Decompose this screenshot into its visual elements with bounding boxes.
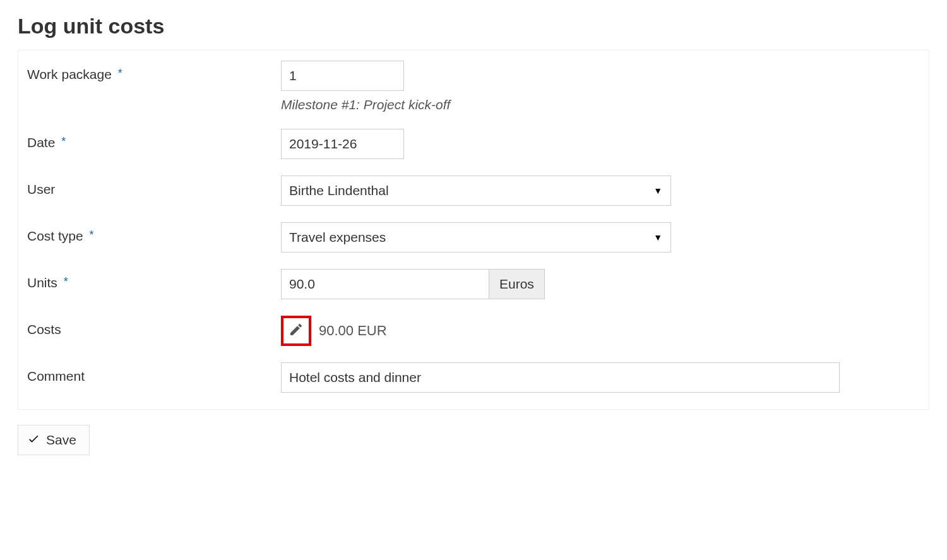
user-select[interactable]: Birthe Lindenthal ▼ [281,176,671,206]
user-select-value: Birthe Lindenthal [281,176,671,206]
row-units: Units * Euros [27,269,920,299]
costs-value: 90.00 EUR [319,323,387,339]
required-mark: * [118,67,122,80]
costs-label: Costs [27,316,281,337]
required-mark: * [64,275,68,288]
comment-input[interactable] [281,362,840,393]
save-button-label: Save [46,432,76,448]
log-costs-form: Work package * Milestone #1: Project kic… [18,50,929,410]
work-package-input[interactable] [281,61,404,91]
units-label: Units * [27,269,281,290]
label-text: User [27,182,55,196]
pencil-icon [289,322,304,340]
required-mark: * [61,135,66,148]
label-text: Comment [27,369,85,383]
page-title: Log unit costs [18,14,929,39]
row-user: User Birthe Lindenthal ▼ [27,176,920,206]
row-cost-type: Cost type * Travel expenses ▼ [27,222,920,253]
check-icon [27,432,40,448]
work-package-label: Work package * [27,61,281,82]
work-package-helper: Milestone #1: Project kick-off [281,97,920,112]
label-text: Date [27,135,55,150]
label-text: Units [27,275,57,290]
user-label: User [27,176,281,197]
date-label: Date * [27,129,281,150]
cost-type-label: Cost type * [27,222,281,244]
label-text: Costs [27,322,61,337]
row-date: Date * [27,129,920,159]
date-input[interactable] [281,129,404,159]
row-comment: Comment [27,362,920,393]
cost-type-select[interactable]: Travel expenses ▼ [281,222,671,253]
label-text: Cost type [27,229,83,243]
units-suffix: Euros [489,269,545,299]
cost-type-select-value: Travel expenses [281,222,671,253]
label-text: Work package [27,67,112,81]
edit-costs-button[interactable] [281,316,311,346]
required-mark: * [90,229,94,241]
row-costs: Costs 90.00 EUR [27,316,920,346]
units-input[interactable] [281,269,489,299]
save-button[interactable]: Save [18,425,90,455]
row-work-package: Work package * Milestone #1: Project kic… [27,61,920,112]
comment-label: Comment [27,362,281,384]
